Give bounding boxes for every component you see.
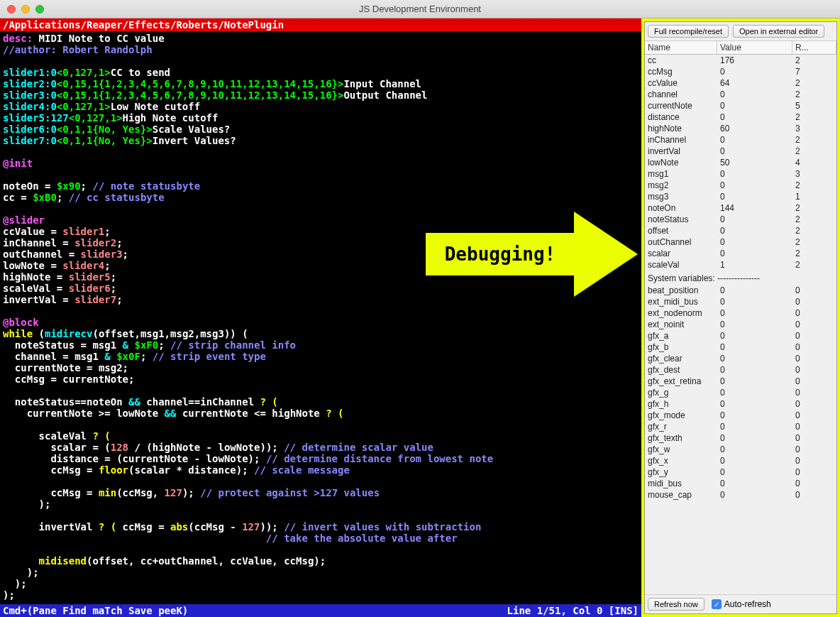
var-name: ext_noinit bbox=[645, 319, 717, 330]
variable-row[interactable]: gfx_y00 bbox=[645, 466, 836, 478]
var-r: 0 bbox=[792, 319, 836, 330]
var-name: gfx_ext_retina bbox=[645, 376, 717, 387]
auto-refresh-label: Auto-refresh bbox=[724, 599, 771, 609]
var-value: 0 bbox=[717, 285, 792, 296]
var-value: 0 bbox=[717, 191, 792, 202]
status-left: Cmd+(Pane Find maTch Save peeK) bbox=[3, 605, 188, 616]
var-value: 0 bbox=[717, 364, 792, 376]
debug-panel: Full recompile/reset Open in external ed… bbox=[644, 21, 837, 614]
variable-row[interactable]: ext_noinit00 bbox=[645, 319, 836, 330]
var-r: 2 bbox=[792, 259, 836, 271]
var-r: 0 bbox=[792, 489, 836, 501]
var-name: highNote bbox=[645, 123, 717, 134]
variable-row[interactable]: inChannel02 bbox=[645, 134, 836, 146]
variable-row[interactable]: scaleVal12 bbox=[645, 259, 836, 271]
variable-row[interactable]: cc1762 bbox=[645, 55, 836, 66]
var-r: 2 bbox=[792, 111, 836, 123]
variable-row[interactable]: gfx_x00 bbox=[645, 455, 836, 466]
var-name: offset bbox=[645, 225, 717, 236]
variable-row[interactable]: msg301 bbox=[645, 191, 836, 202]
variable-row[interactable]: scalar02 bbox=[645, 248, 836, 259]
var-name: distance bbox=[645, 111, 717, 123]
variable-row[interactable]: gfx_ext_retina00 bbox=[645, 376, 836, 387]
var-r: 2 bbox=[792, 146, 836, 157]
titlebar: JS Development Environment bbox=[0, 0, 840, 18]
var-value: 0 bbox=[717, 489, 792, 501]
var-r: 0 bbox=[792, 296, 836, 307]
variable-row[interactable]: invertVal02 bbox=[645, 146, 836, 157]
var-r: 2 bbox=[792, 134, 836, 146]
variable-row[interactable]: gfx_mode00 bbox=[645, 410, 836, 421]
var-value: 0 bbox=[717, 353, 792, 364]
var-r: 2 bbox=[792, 236, 836, 248]
open-external-button[interactable]: Open in external editor bbox=[733, 25, 824, 38]
var-r: 0 bbox=[792, 330, 836, 342]
variable-row[interactable]: ccValue642 bbox=[645, 77, 836, 89]
var-value: 0 bbox=[717, 225, 792, 236]
var-r: 0 bbox=[792, 455, 836, 466]
var-name: ext_nodenorm bbox=[645, 307, 717, 319]
variable-row[interactable]: noteOn1442 bbox=[645, 202, 836, 214]
auto-refresh-checkbox[interactable]: ✓ Auto-refresh bbox=[712, 599, 771, 609]
variable-row[interactable]: gfx_clear00 bbox=[645, 353, 836, 364]
variable-row[interactable]: msg202 bbox=[645, 180, 836, 191]
variable-row[interactable]: gfx_h00 bbox=[645, 398, 836, 410]
var-value: 0 bbox=[717, 342, 792, 353]
variable-row[interactable]: ext_nodenorm00 bbox=[645, 307, 836, 319]
var-name: gfx_clear bbox=[645, 353, 717, 364]
header-value[interactable]: Value bbox=[717, 41, 792, 54]
var-value: 176 bbox=[717, 55, 792, 66]
var-r: 4 bbox=[792, 157, 836, 168]
var-r: 2 bbox=[792, 77, 836, 89]
var-value: 0 bbox=[717, 444, 792, 455]
debugging-annotation: Debugging! bbox=[426, 212, 639, 297]
var-name: gfx_h bbox=[645, 398, 717, 410]
editor-pane: /Applications/Reaper/Effects/Roberts/Not… bbox=[0, 18, 641, 617]
var-r: 0 bbox=[792, 387, 836, 398]
variable-row[interactable]: gfx_r00 bbox=[645, 421, 836, 432]
variable-row[interactable]: gfx_w00 bbox=[645, 444, 836, 455]
close-icon[interactable] bbox=[7, 5, 16, 13]
variable-row[interactable]: offset02 bbox=[645, 225, 836, 236]
var-r: 2 bbox=[792, 202, 836, 214]
var-name: channel bbox=[645, 89, 717, 100]
var-value: 0 bbox=[717, 432, 792, 444]
var-name: outChannel bbox=[645, 236, 717, 248]
variable-row[interactable]: gfx_a00 bbox=[645, 330, 836, 342]
var-value: 0 bbox=[717, 466, 792, 478]
variable-row[interactable]: ext_midi_bus00 bbox=[645, 296, 836, 307]
variable-row[interactable]: distance02 bbox=[645, 111, 836, 123]
var-r: 3 bbox=[792, 168, 836, 180]
header-name[interactable]: Name bbox=[645, 41, 717, 54]
variable-row[interactable]: noteStatus02 bbox=[645, 214, 836, 225]
debug-highlight: Full recompile/reset Open in external ed… bbox=[641, 18, 840, 617]
var-value: 0 bbox=[717, 319, 792, 330]
variable-row[interactable]: currentNote05 bbox=[645, 100, 836, 111]
recompile-button[interactable]: Full recompile/reset bbox=[648, 25, 729, 38]
header-r[interactable]: R... bbox=[792, 41, 836, 54]
variable-row[interactable]: channel02 bbox=[645, 89, 836, 100]
var-name: ccValue bbox=[645, 77, 717, 89]
variable-row[interactable]: gfx_dest00 bbox=[645, 364, 836, 376]
variable-row[interactable]: gfx_texth00 bbox=[645, 432, 836, 444]
variable-row[interactable]: highNote603 bbox=[645, 123, 836, 134]
variable-row[interactable]: msg103 bbox=[645, 168, 836, 180]
refresh-button[interactable]: Refresh now bbox=[648, 598, 704, 611]
variable-row[interactable]: ccMsg07 bbox=[645, 66, 836, 77]
var-name: gfx_w bbox=[645, 444, 717, 455]
variable-row[interactable]: mouse_cap00 bbox=[645, 489, 836, 501]
var-value: 144 bbox=[717, 202, 792, 214]
variable-row[interactable]: gfx_g00 bbox=[645, 387, 836, 398]
code-editor[interactable]: desc: MIDI Note to CC value //author: Ro… bbox=[0, 31, 641, 604]
file-path: /Applications/Reaper/Effects/Roberts/Not… bbox=[0, 18, 641, 31]
variable-row[interactable]: beat_position00 bbox=[645, 285, 836, 296]
variable-row[interactable]: lowNote504 bbox=[645, 157, 836, 168]
var-r: 3 bbox=[792, 123, 836, 134]
variable-row[interactable]: midi_bus00 bbox=[645, 478, 836, 489]
var-r: 0 bbox=[792, 364, 836, 376]
variable-row[interactable]: gfx_b00 bbox=[645, 342, 836, 353]
minimize-icon[interactable] bbox=[21, 5, 30, 13]
var-value: 50 bbox=[717, 157, 792, 168]
maximize-icon[interactable] bbox=[35, 5, 44, 13]
variable-row[interactable]: outChannel02 bbox=[645, 236, 836, 248]
